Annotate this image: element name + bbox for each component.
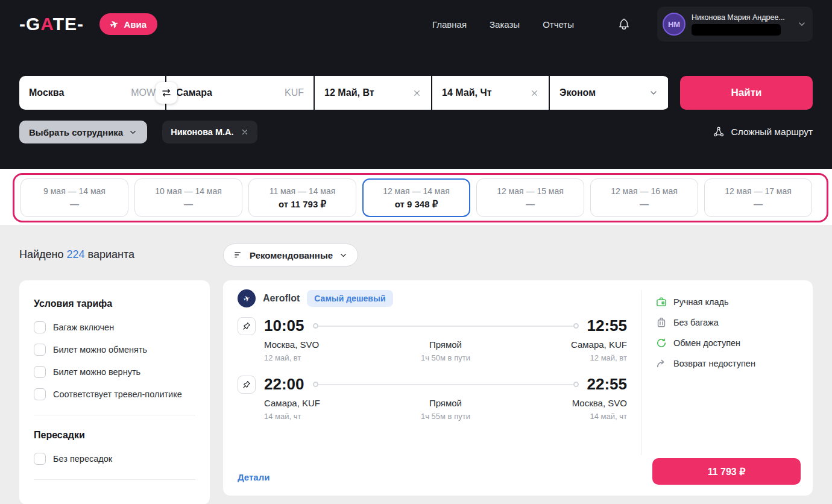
checkbox[interactable] [34,388,46,400]
flight-type: Прямой [385,339,506,350]
swap-icon [161,87,172,98]
destination-field[interactable]: Самара KUF [166,76,315,110]
date-option-card[interactable]: 11 мая — 14 мая от 11 793 ₽ [248,178,356,217]
hand-luggage-icon [655,296,667,308]
return-date-value: 14 Май, Чт [442,87,491,98]
filter-exchangeable[interactable]: Билет можно обменять [34,344,195,356]
condition-hand-luggage: Ручная кладь [655,296,755,308]
search-submit-button[interactable]: Найти [680,76,813,110]
flight-result-card: ✈ Aeroflot Самый дешевый 10:05 12:55 Мос… [223,280,813,496]
return-date-field[interactable]: 14 Май, Чт [432,76,550,110]
arrival-date: 12 май, вт [506,353,627,362]
flight-timeline [313,382,579,387]
sort-icon [233,250,244,260]
destination-code: KUF [285,87,304,98]
departure-place: Самара, KUF [264,398,385,408]
exchange-icon [655,337,667,349]
search-bar: Москва MOW Самара KUF 12 Май, Вт 14 Май,… [19,76,813,110]
checkbox[interactable] [34,344,46,356]
buy-price-button[interactable]: 11 793 ₽ [652,458,801,485]
nav-item-reports[interactable]: Отчеты [543,19,574,30]
date-option-card[interactable]: 9 мая — 14 мая — [20,178,128,217]
employee-chip: Никонова М.А. [162,121,257,143]
checkbox[interactable] [34,321,46,333]
filters-panel: Условия тарифа Багаж включен Билет можно… [19,280,210,504]
sort-dropdown[interactable]: Рекомендованные [223,244,358,266]
pin-flight-button[interactable] [238,317,256,335]
chevron-down-icon [797,19,807,29]
airline-name: Aeroflot [263,293,300,304]
complex-route-label: Сложный маршрут [731,127,813,137]
depart-date-field[interactable]: 12 Май, Вт [315,76,432,110]
nav-item-orders[interactable]: Заказы [490,19,520,30]
date-option-card[interactable]: 12 мая — 16 мая — [590,178,698,217]
app-header: -GATE- ✈ Авиа Главная Заказы Отчеты НМ Н… [0,0,832,169]
cabin-class-select[interactable]: Эконом [550,76,669,110]
complex-route-button[interactable]: Сложный маршрут [713,126,813,138]
clear-depart-date-icon[interactable] [412,89,421,98]
select-employee-label: Выбрать сотрудника [29,127,123,137]
departure-time: 22:00 [264,375,304,394]
clear-return-date-icon[interactable] [530,89,539,98]
nav-item-home[interactable]: Главная [432,19,467,30]
filter-no-transfers[interactable]: Без пересадок [34,453,195,465]
avia-product-badge[interactable]: ✈ Авиа [99,13,157,35]
flight-segment-return: 22:00 22:55 Самара, KUF 14 май, чт Прямо… [238,375,627,421]
transfers-filters-title: Пересадки [34,430,195,441]
details-link[interactable]: Детали [238,472,269,482]
results-count: Найдено 224 варианта [19,248,134,261]
date-matrix: 9 мая — 14 мая — 10 мая — 14 мая — 11 ма… [20,178,812,217]
top-bar: -GATE- ✈ Авиа Главная Заказы Отчеты НМ Н… [0,0,832,48]
logo-text: -G [19,14,40,34]
divider [34,415,195,415]
employee-chip-label: Никонова М.А. [171,127,233,137]
arrival-place: Москва, SVO [506,398,627,408]
flight-card-header: ✈ Aeroflot Самый дешевый [238,289,393,307]
arrival-time: 12:55 [587,317,628,335]
results-count-number: 224 [67,248,85,260]
notifications-bell-icon[interactable] [617,17,631,31]
arrival-place: Самара, KUF [506,339,627,350]
pin-icon [242,380,251,389]
filter-baggage-included[interactable]: Багаж включен [34,321,195,333]
app-logo[interactable]: -GATE- [19,14,84,34]
avia-badge-label: Авиа [124,19,147,30]
date-option-card[interactable]: 10 мая — 14 мая — [134,178,242,217]
pin-flight-button[interactable] [238,376,256,394]
search-fields: Москва MOW Самара KUF 12 Май, Вт 14 Май,… [19,76,669,110]
arrival-date: 14 май, чт [506,412,627,421]
route-icon [713,126,725,138]
sort-label: Рекомендованные [250,250,333,260]
swap-cities-button[interactable] [156,82,177,104]
condition-refund-unavailable: Возврат недоступен [655,358,755,370]
date-option-card[interactable]: 12 мая — 17 мая — [704,178,812,217]
cheapest-badge: Самый дешевый [307,290,392,307]
arrival-time: 22:55 [587,375,628,394]
origin-city: Москва [29,87,64,98]
date-option-card[interactable]: 12 мая — 15 мая — [476,178,584,217]
fare-conditions: Ручная кладь Без багажа Обмен доступен В… [655,296,755,370]
departure-time: 10:05 [264,317,304,335]
checkbox[interactable] [34,366,46,378]
departure-date: 14 май, чт [264,412,385,421]
redacted-user-detail [692,24,781,36]
date-option-card-selected[interactable]: 12 мая — 14 мая от 9 348 ₽ [362,178,470,217]
chevron-down-icon [128,128,137,137]
remove-employee-icon[interactable] [241,128,249,136]
user-info: Никонова Мария Андрее... [692,13,791,36]
select-employee-button[interactable]: Выбрать сотрудника [19,121,147,143]
main-nav: Главная Заказы Отчеты [432,19,574,30]
no-baggage-icon [655,317,667,329]
refund-arrow-icon [655,358,667,370]
logo-text: TE- [53,14,84,34]
filter-travel-policy[interactable]: Соответствует тревел-политике [34,388,195,400]
chevron-down-icon [649,88,658,98]
avatar: НМ [663,13,685,36]
checkbox[interactable] [34,453,46,465]
cabin-class-value: Эконом [559,87,596,98]
filter-refundable[interactable]: Билет можно вернуть [34,366,195,378]
divider [641,290,641,455]
flight-timeline [313,323,579,329]
origin-field[interactable]: Москва MOW [19,76,166,110]
user-menu[interactable]: НМ Никонова Мария Андрее... [657,7,813,42]
